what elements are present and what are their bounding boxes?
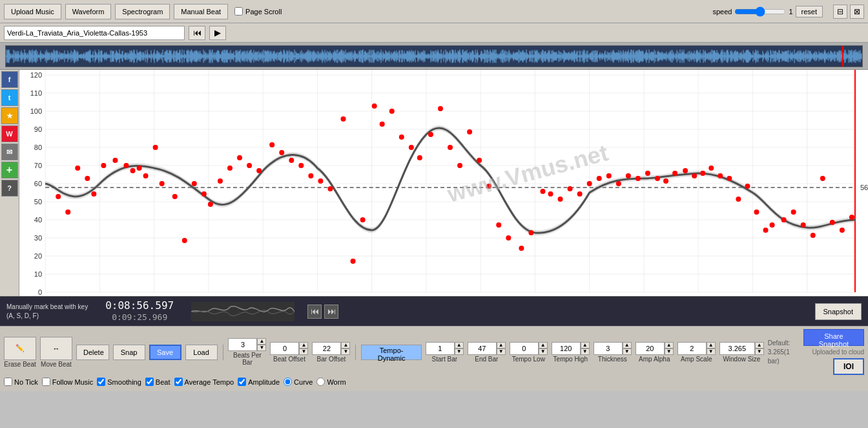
speed-slider[interactable] [734,6,786,17]
twitter-button[interactable]: t [1,89,18,106]
tempo-high-down[interactable]: ▼ [581,348,590,355]
svg-point-113 [548,191,553,197]
ioi-button[interactable]: IOI [833,358,864,375]
thickness-input[interactable] [594,342,623,355]
tempo-low-up[interactable]: ▲ [539,342,548,348]
end-bar-input[interactable] [468,342,497,355]
amp-scale-up[interactable]: ▲ [707,342,716,348]
follow-music-checkbox[interactable] [42,378,50,386]
svg-point-138 [781,217,787,222]
waveform-container[interactable] [5,45,863,67]
svg-point-63 [65,209,70,215]
snapshot-button[interactable]: Snapshot [815,303,862,320]
window-size-up[interactable]: ▲ [755,342,764,348]
svg-point-116 [577,191,583,197]
mail-button[interactable]: ✉ [1,144,18,160]
delete-button[interactable]: Delete [76,345,109,360]
reset-button[interactable]: reset [796,6,823,17]
share-snapshot-button[interactable]: Share Snapshot [803,329,864,346]
spectrogram-button[interactable]: Spectrogram [115,4,170,19]
track-name-input[interactable] [4,26,185,40]
worm-radio[interactable] [316,378,325,386]
waveform-button[interactable]: Waveform [65,4,112,19]
minimize-icon[interactable]: ⊟ [833,5,847,19]
svg-point-142 [820,176,825,181]
svg-point-115 [568,186,573,191]
rewind-button[interactable]: ⏮ [189,26,205,40]
page-scroll-checkbox[interactable] [234,7,243,16]
star-button[interactable]: ★ [1,107,18,124]
tempo-dynamic-button[interactable]: Tempo-Dynamic [361,345,421,360]
svg-point-84 [256,168,262,173]
start-bar-up[interactable]: ▲ [455,342,464,348]
help-button[interactable]: ? [1,180,18,197]
end-bar-arrows: ▲ ▼ [497,342,506,355]
erase-beat-button[interactable]: ✏️ [4,337,36,360]
window-size-input[interactable] [719,342,755,355]
svg-point-124 [655,176,660,181]
waveform-back-button[interactable]: ⏮ [307,305,322,319]
load-button[interactable]: Load [185,345,218,360]
tempo-high-up[interactable]: ▲ [581,342,590,348]
svg-text:65: 65 [803,295,811,296]
page-scroll-area: Page Scroll [234,7,282,16]
svg-point-104 [457,163,462,168]
svg-text:29: 29 [150,295,158,296]
svg-point-144 [840,228,845,233]
beats-per-bar-input[interactable] [228,338,257,351]
tempo-low-arrows: ▲ ▼ [539,342,548,355]
weibo-button[interactable]: W [1,125,18,142]
tempo-low-input[interactable] [510,342,539,355]
snap-button[interactable]: Snap [113,345,145,360]
add-button[interactable]: + [1,162,18,178]
svg-text:30: 30 [34,234,42,242]
facebook-button[interactable]: f [1,71,18,88]
beats-per-bar-up[interactable]: ▲ [257,338,266,345]
bar-offset-up[interactable]: ▲ [341,342,350,348]
play-button[interactable]: ▶ [209,26,226,40]
svg-text:26: 26 [96,295,103,296]
svg-text:41: 41 [368,295,376,296]
beats-per-bar-label: Beats Per Bar [228,352,266,366]
window-size-down[interactable]: ▼ [755,348,764,355]
bar-offset-input[interactable] [312,342,341,355]
window-size-group: ▲ ▼ Window Size [719,342,764,363]
amp-alpha-down[interactable]: ▼ [665,348,674,355]
average-tempo-checkbox[interactable] [174,378,183,386]
svg-point-62 [56,194,61,199]
amp-alpha-arrows: ▲ ▼ [665,342,674,355]
save-button[interactable]: Save [149,345,181,360]
start-bar-input[interactable] [426,342,455,355]
waveform-forward-button[interactable]: ⏭ [324,305,338,319]
tempo-high-input[interactable] [552,342,581,355]
start-bar-down[interactable]: ▼ [455,348,464,355]
thickness-down[interactable]: ▼ [623,348,632,355]
manual-beat-button[interactable]: Manual Beat [174,4,228,19]
amplitude-checkbox[interactable] [238,378,246,386]
tempo-low-down[interactable]: ▼ [539,348,548,355]
amp-scale-input[interactable] [677,342,707,355]
beats-per-bar-down[interactable]: ▼ [257,345,266,351]
amp-alpha-input[interactable] [636,342,665,355]
start-bar-label: Start Bar [432,356,457,363]
beat-checkbox[interactable] [145,378,154,386]
beat-offset-input[interactable] [270,342,299,355]
bar-offset-down[interactable]: ▼ [341,348,350,355]
upload-music-button[interactable]: Upload Music [4,4,61,19]
curve-radio[interactable] [284,378,292,386]
move-beat-button[interactable]: ↔ [40,337,72,360]
thickness-up[interactable]: ▲ [623,342,632,348]
smoothing-checkbox[interactable] [97,378,105,386]
svg-point-96 [380,122,385,127]
restore-icon[interactable]: ⊠ [850,5,864,19]
end-bar-down[interactable]: ▼ [497,348,506,355]
chart-area[interactable]: 120 110 100 90 80 70 60 50 40 30 20 10 0 [19,70,868,296]
beat-offset-up[interactable]: ▲ [299,342,308,348]
beat-offset-group: ▲ ▼ Beat Offset [270,342,308,363]
amp-alpha-up[interactable]: ▲ [665,342,674,348]
end-bar-up[interactable]: ▲ [497,342,506,348]
end-bar-spinner: ▲ ▼ [468,342,506,355]
beat-offset-down[interactable]: ▼ [299,348,308,355]
no-tick-checkbox[interactable] [4,378,12,386]
amp-scale-down[interactable]: ▼ [707,348,716,355]
